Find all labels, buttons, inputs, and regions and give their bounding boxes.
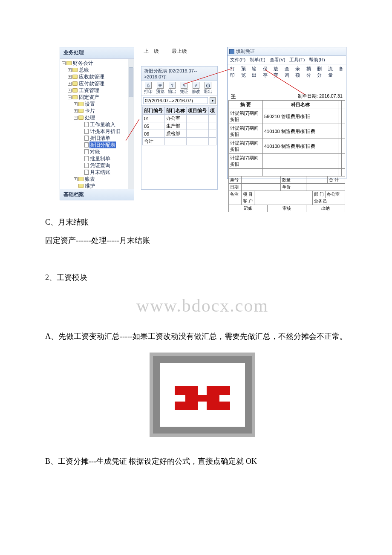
tree-wage[interactable]: 工资管理 [78,87,100,94]
tb-delrow[interactable]: 删分 [317,66,326,78]
foot-cash: 出纳 [306,205,345,212]
menu-view[interactable]: 查看(V) [270,57,285,63]
expand-icon[interactable]: + [68,75,72,79]
tb-bak[interactable]: 备 [339,66,343,78]
exit-button[interactable]: ⏻退出 [203,82,213,95]
tree-ar[interactable]: 应收款管理 [78,73,105,80]
tree-calc-dep[interactable]: 计提本月折旧 [89,128,121,135]
scroll-thumb[interactable] [129,67,133,97]
menu-help[interactable]: 帮助(H) [309,57,325,63]
preview-icon: 👁 [157,82,164,89]
tree-workload[interactable]: 工作量输入 [89,121,116,128]
tb-balance[interactable]: 余额 [295,66,304,78]
report-toolbar: ⎙打印 👁预览 ⇪输出 ✎凭证 ✐修改 ⏻退出 [141,81,217,96]
tree-gl[interactable]: 总账 [78,66,89,73]
expand-icon[interactable]: + [74,177,78,181]
col-proj-code[interactable]: 项目编号 [187,107,209,115]
text-line: 固定资产------处理-----月末结账 [30,231,375,250]
period-select[interactable]: 02(2016.07-->2016.07) [143,97,208,104]
expand-icon[interactable]: − [74,116,78,120]
expand-icon[interactable]: − [68,95,72,99]
export-icon: ⇪ [169,82,176,89]
nav-up[interactable]: 上一级 [144,48,159,55]
tree-batch[interactable]: 批量制单 [89,155,111,162]
foot-cust: 客 户 [242,198,254,205]
folder-icon [72,95,78,99]
expand-icon[interactable]: + [68,89,72,92]
doc-icon [84,149,89,154]
report-panel: 折旧分配表 [02(2016.07-->2016.07)] ⎙打印 👁预览 ⇪输… [141,66,218,190]
foot-remark: 备注 [229,191,242,198]
menu-make[interactable]: 制单(E) [250,57,265,63]
voucher-type[interactable]: 字 [231,93,236,99]
spacer [80,123,84,127]
table-row[interactable]: 06质检部 [143,130,216,138]
sidebar-footer[interactable]: 基础档案 [60,189,134,200]
tb-preview[interactable]: 预览 [241,66,250,78]
tree-fa-card[interactable]: 卡片 [84,107,95,114]
expand-icon[interactable]: + [74,102,78,106]
tree-fa-report[interactable]: 账表 [84,176,95,182]
report-table: 部门编号 部门名称 项目编号 项 01办公室 05生产部 06质检部 合计 [142,107,216,145]
tb-print[interactable]: 打印 [230,66,239,78]
doc-icon [84,156,89,161]
foot-date: 日期 [229,184,242,191]
col-debit [338,101,342,109]
expand-icon[interactable]: + [68,82,72,86]
table-row[interactable]: 05生产部 [143,122,216,130]
tb-discard[interactable]: 放弃 [274,66,282,78]
foot-audit: 审核 [268,205,306,212]
col-summary: 摘 要 [229,101,263,109]
expand-icon[interactable]: − [62,61,66,65]
tree-fixed-assets[interactable]: 固定资产 [78,94,100,101]
tree-month-close[interactable]: 月末结账 [89,169,111,176]
tree-fa-settings[interactable]: 设置 [84,101,95,107]
tree-dep-alloc[interactable]: 折旧分配表 [89,142,116,148]
tb-insert[interactable]: 插分 [306,66,315,78]
chevron-down-icon[interactable]: ▾ [210,97,216,104]
menu-tool[interactable]: 工具(T) [289,57,305,63]
tree-reconcile[interactable]: 对账 [89,148,101,155]
export-button[interactable]: ⇪输出 [167,82,177,95]
sidebar-panel: 业务处理 −财务会计 +总账 +应收款管理 +应付款管理 +工资管理 −固定资产… [60,47,134,200]
tree-ap[interactable]: 应付款管理 [78,80,105,87]
doc-icon [84,136,89,141]
tree-fa-process[interactable]: 处理 [84,114,95,121]
col-dept-code[interactable]: 部门编号 [143,107,165,115]
table-row[interactable]: 合计 [143,138,216,145]
table-row[interactable]: 01办公室 [143,115,216,122]
foot-dept: 部 门 [313,191,326,198]
voucher-footer: 票号 数量 合 计 日期 单价 备注 项 目 [228,176,345,212]
watermark: www.bdocx.com [30,284,375,327]
tree-financial[interactable]: 财务会计 [72,60,94,66]
voucher-row[interactable]: 计提第[7]期间折旧410108-制造费用/折旧费 [229,139,345,154]
document-body: C、月末结账 固定资产------处理-----月末结账 2、工资模块 www.… [0,200,392,488]
voucher-row[interactable]: 计提第[7]期间折旧560210-管理费用/折旧 [229,109,345,124]
preview-button[interactable]: 👁预览 [155,82,165,95]
print-button[interactable]: ⎙打印 [143,82,153,95]
scrollbar[interactable] [128,59,134,189]
foot-total: 合 计 [328,176,345,183]
voucher-row[interactable]: 计提第[7]期间折旧410108-制造费用/折旧费 [229,124,345,139]
tb-query[interactable]: 查询 [285,66,293,78]
foot-proj: 项 目 [242,191,254,198]
text-line: C、月末结账 [30,213,375,231]
foot-dept-val: 办公室 [326,191,345,198]
voucher-row[interactable] [229,169,345,176]
tree-fa-maint[interactable]: 维护 [84,182,95,189]
tree-voucher-query[interactable]: 凭证查询 [89,162,111,169]
foot-oper: 业务员 [313,198,345,205]
voucher-row[interactable]: 计提第[7]期间折旧 [229,154,345,169]
doc-icon [84,122,89,127]
tb-export[interactable]: 输出 [252,66,260,78]
modify-button[interactable]: ✐修改 [191,82,201,95]
menu-file[interactable]: 文件(F) [230,57,245,63]
col-proj[interactable]: 项 [208,107,216,115]
tree-dep-list[interactable]: 折旧清单 [89,135,111,142]
expand-icon[interactable]: + [74,109,78,113]
folder-icon [72,68,78,72]
tb-flow[interactable]: 流量 [328,66,337,78]
expand-icon[interactable]: + [68,68,72,72]
col-dept-name[interactable]: 部门名称 [164,107,187,115]
nav-top[interactable]: 最上级 [172,48,187,55]
